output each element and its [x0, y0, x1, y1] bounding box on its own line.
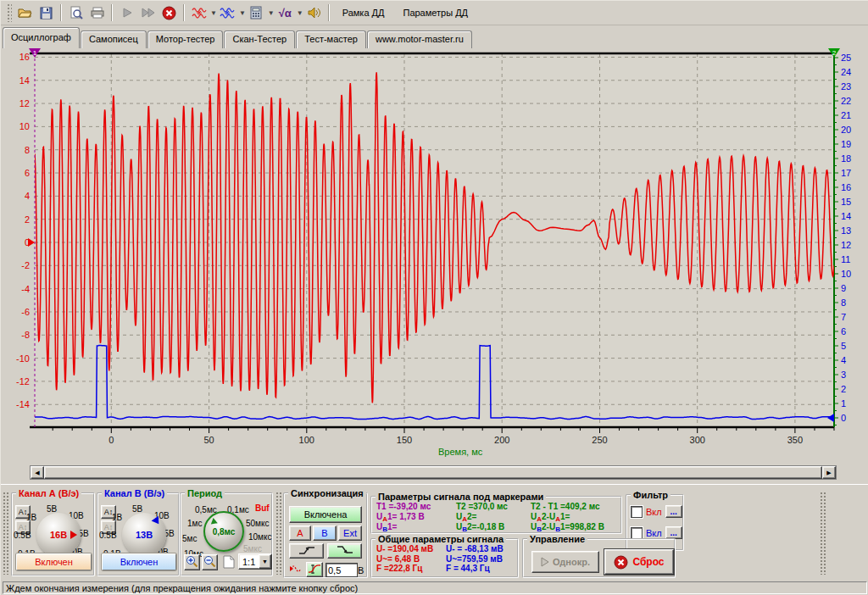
filter-settings-button[interactable]: ...	[665, 505, 682, 518]
clear-buffer-button[interactable]	[220, 554, 236, 570]
status-text: Ждем окончания измерения (для прекращени…	[6, 583, 358, 593]
channel-a-measurements: U- =190,04 мВU~= 6,48 ВF =222,8 Гц	[376, 544, 446, 574]
calculator-button[interactable]	[246, 3, 267, 23]
marker-value: T2 =370,0 мс	[456, 502, 531, 512]
channel-a-range-knob[interactable]: 16В	[36, 513, 81, 557]
scrollbar-thumb[interactable]	[44, 466, 822, 479]
sync-source-ext-button[interactable]: Ext	[338, 525, 362, 541]
sync-mode-auto-button[interactable]	[287, 562, 304, 577]
math-button[interactable]: √α	[275, 3, 296, 23]
channel-b-range-knob[interactable]: 13В	[122, 513, 166, 557]
sound-button[interactable]	[303, 3, 325, 23]
period-value: 0,8мс	[205, 513, 242, 550]
sync-enabled-button[interactable]: Включена	[289, 506, 362, 523]
svg-text:2: 2	[832, 49, 837, 57]
general-parameters-title: Общие параметры сигнала	[376, 534, 506, 544]
marker-value: UА2-UА1=	[531, 512, 570, 522]
tab-5[interactable]: Тест-мастер	[296, 31, 366, 48]
sync-falling-edge-button[interactable]	[327, 543, 362, 559]
print-icon	[91, 7, 104, 19]
marker-value: UА2=	[456, 512, 531, 522]
sqrt-alpha-icon: √α	[279, 7, 292, 19]
knob-pointer-icon	[70, 531, 77, 539]
toolbar: ▼ ▼ ▼ √α ▼ Рамка ДД Параметры ДД	[1, 1, 868, 25]
start-button[interactable]	[116, 3, 137, 23]
dial-label: 10мкс	[248, 532, 272, 542]
svg-text:18: 18	[841, 153, 851, 164]
scroll-left-button[interactable]: ◀	[31, 466, 44, 479]
chevron-down-icon[interactable]: ▼	[259, 554, 271, 569]
tab-3[interactable]: Мотор-тестер	[147, 31, 224, 48]
print-button[interactable]	[86, 3, 108, 23]
sync-mode-level-button[interactable]	[306, 562, 323, 577]
period-knob[interactable]: 0,8мс	[203, 511, 244, 552]
svg-text:0: 0	[108, 435, 114, 445]
channel-b-measurements: U- = -68,13 мВU~=759,59 мВF = 44,3 Гц	[446, 544, 504, 574]
frame-dd-button[interactable]: Рамка ДД	[333, 3, 394, 22]
svg-text:24: 24	[841, 67, 851, 77]
svg-text:-6: -6	[21, 307, 30, 317]
svg-text:8: 8	[25, 145, 30, 155]
svg-text:100: 100	[299, 435, 314, 445]
panel-grip[interactable]	[3, 492, 8, 575]
svg-text:19: 19	[841, 139, 851, 149]
channel-a-enabled-button[interactable]: Включен	[16, 553, 92, 570]
zoom-out-icon	[203, 555, 216, 568]
dial-label: 5мкс	[243, 544, 262, 553]
marker-value: UА1= 1,73 В	[372, 512, 456, 522]
sync-panel: Синхронизация Включена А В Ext В	[283, 488, 368, 578]
svg-text:21: 21	[841, 110, 851, 120]
svg-text:250: 250	[592, 435, 607, 445]
signal-a-button[interactable]	[188, 3, 209, 23]
oscilloscope-plot[interactable]: 050100150200250300350Время, мс1614121086…	[1, 48, 868, 465]
svg-text:-4: -4	[21, 284, 30, 294]
tab-4[interactable]: Скан-Тестер	[224, 31, 295, 48]
chevron-down-icon[interactable]: ▼	[210, 9, 217, 17]
stop-button[interactable]	[159, 3, 180, 23]
tab-2[interactable]: Самописец	[81, 31, 147, 48]
fast-forward-button[interactable]	[137, 3, 159, 23]
svg-text:-10: -10	[16, 353, 30, 364]
sync-source-a-button[interactable]: А	[289, 525, 311, 541]
zoom-in-button[interactable]	[184, 554, 200, 570]
reset-icon	[614, 555, 628, 570]
svg-text:16: 16	[841, 182, 851, 192]
chevron-down-icon[interactable]: ▼	[239, 9, 246, 17]
panel-grip[interactable]	[820, 492, 826, 575]
single-shot-button[interactable]: Однокр.	[531, 551, 599, 573]
svg-text:3: 3	[841, 370, 846, 380]
svg-text:14: 14	[19, 75, 30, 86]
svg-text:6: 6	[25, 168, 30, 178]
scale-select[interactable]: 1:1 ▼	[238, 553, 272, 570]
tab-6[interactable]: www.motor-master.ru	[367, 31, 472, 48]
filter-enable-checkbox[interactable]	[631, 506, 643, 518]
play-icon	[122, 8, 132, 18]
dial-label: Buf	[255, 503, 270, 513]
sync-level-input[interactable]	[326, 563, 358, 577]
svg-text:10: 10	[841, 269, 851, 279]
channel-b-enabled-button[interactable]: Включен	[102, 553, 176, 570]
save-button[interactable]	[36, 3, 57, 23]
channel-b-title: Канал В (В/э)	[102, 488, 167, 498]
chevron-down-icon[interactable]: ▼	[268, 9, 275, 17]
dial-label: 0.5В	[14, 531, 31, 540]
reset-button[interactable]: Сброс	[604, 549, 674, 575]
svg-text:11: 11	[841, 254, 850, 264]
sync-source-b-button[interactable]: В	[313, 525, 337, 541]
toolbar-grip[interactable]	[7, 3, 12, 22]
signal-b-icon	[220, 7, 235, 19]
chevron-down-icon[interactable]: ▼	[297, 9, 303, 17]
signal-b-button[interactable]	[217, 3, 238, 23]
open-button[interactable]	[14, 3, 36, 23]
svg-text:5: 5	[841, 341, 846, 351]
preview-button[interactable]	[65, 3, 86, 23]
tab-1[interactable]: Осциллограф	[3, 27, 80, 48]
marker-value: T2 - T1 =409,2 мс	[531, 502, 599, 512]
svg-text:22: 22	[841, 96, 851, 106]
scope-canvas[interactable]: 050100150200250300350Время, мс1614121086…	[1, 48, 868, 465]
zoom-out-button[interactable]	[202, 554, 218, 570]
scroll-right-button[interactable]: ▶	[822, 466, 836, 479]
sync-rising-edge-button[interactable]	[289, 543, 324, 559]
params-dd-button[interactable]: Параметры ДД	[393, 3, 477, 22]
panel-grip[interactable]	[275, 492, 281, 575]
